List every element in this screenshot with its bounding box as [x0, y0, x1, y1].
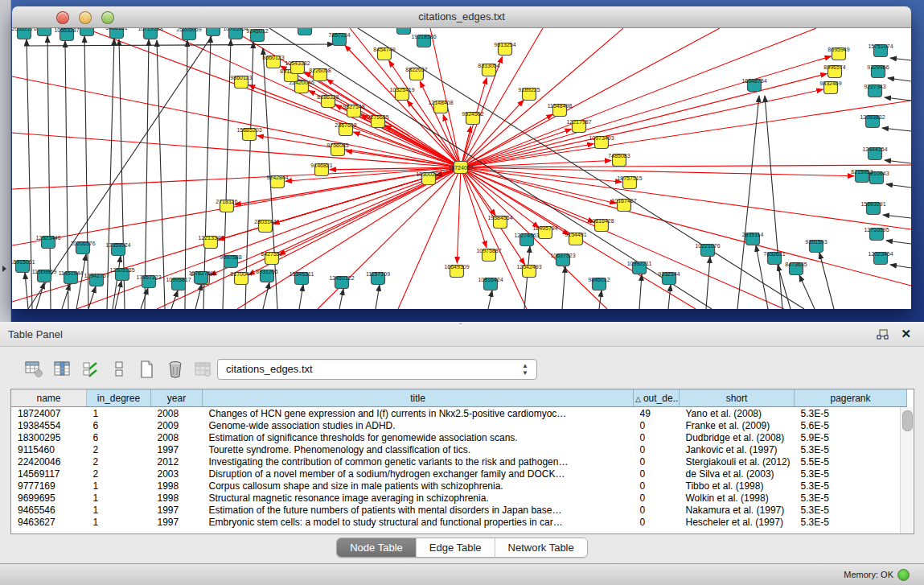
graph-node[interactable]: 9613254 [494, 42, 515, 56]
table-selector-combobox[interactable]: citations_edges.txt ▲▼ [217, 359, 537, 380]
graph-node[interactable]: 7485083 [608, 153, 630, 167]
scrollbar-thumb[interactable] [902, 410, 913, 431]
graph-node[interactable]: 10167427 [611, 198, 636, 212]
graph-node[interactable]: 7857224 [328, 32, 350, 46]
graph-node[interactable]: 16648784 [741, 78, 766, 92]
column-header-in_degree[interactable]: in_degree [87, 389, 151, 407]
graph-node[interactable]: 2935114 [742, 232, 764, 245]
graph-node[interactable]: 8822037 [405, 67, 427, 80]
graph-node[interactable]: 15751074 [868, 43, 893, 57]
graph-node[interactable]: 9845012 [588, 277, 610, 290]
graph-node[interactable]: 25205059 [176, 28, 201, 40]
select-all-icon[interactable] [80, 359, 101, 380]
graph-node[interactable]: 9189225 [518, 87, 540, 101]
splitter-grip-icon[interactable]: ˆ [459, 323, 462, 332]
graph-node[interactable]: 8931205 [256, 269, 277, 282]
graph-node[interactable]: 8695949 [827, 47, 849, 60]
graph-node[interactable]: 12444154 [862, 146, 887, 160]
graph-node[interactable]: 2367608 [335, 122, 356, 136]
close-panel-icon[interactable]: ✕ [901, 327, 911, 341]
graph-node[interactable]: 8473635 [785, 262, 807, 275]
network-canvas[interactable]: 1872400718300295193845542242004682260588… [12, 28, 911, 309]
graph-node[interactable]: 9332144 [658, 271, 680, 285]
graph-node[interactable]: 9391593 [805, 239, 827, 253]
graph-node[interactable]: 12217987 [566, 119, 591, 133]
graph-node[interactable]: 17359924 [105, 242, 130, 256]
graph-node[interactable]: 10992211 [627, 261, 652, 274]
graph-node[interactable]: 11568869 [32, 269, 57, 282]
graph-node[interactable]: 12023454 [868, 251, 893, 265]
new-column-icon[interactable] [137, 359, 158, 380]
graph-node[interactable]: 10816424 [478, 277, 503, 290]
tab-edge-table[interactable]: Edge Table [417, 538, 495, 557]
graph-node[interactable]: 10973493 [589, 135, 614, 149]
delete-column-icon[interactable] [165, 359, 186, 380]
column-header-pagerank[interactable]: pagerank [795, 389, 907, 407]
column-header-year[interactable]: year [151, 389, 203, 407]
graph-node[interactable]: 16033809 [292, 28, 317, 35]
graph-node[interactable]: 9860123 [230, 75, 252, 89]
graph-node[interactable]: 9242844 [266, 175, 288, 188]
graph-node[interactable]: 10975887 [476, 248, 501, 262]
graph-node[interactable]: 12213349 [198, 235, 223, 249]
graph-node[interactable]: 9329966 [867, 64, 889, 78]
graph-node[interactable]: 10719188 [138, 28, 162, 39]
graph-node[interactable]: 12542493 [516, 264, 541, 278]
graph-node[interactable]: 10995817 [166, 277, 191, 290]
table-row[interactable]: 977716911998Corpus callosum shape and si… [11, 480, 907, 492]
graph-node[interactable]: 12093832 [860, 114, 885, 128]
graph-node[interactable]: 9832469 [819, 80, 841, 94]
graph-node[interactable]: 16649309 [444, 264, 469, 278]
table-row[interactable]: 1830029562008Estimation of significance … [11, 431, 907, 443]
left-panel-edge[interactable] [0, 0, 11, 322]
tab-node-table[interactable]: Node Table [337, 538, 417, 557]
graph-node[interactable]: 8170044 [230, 271, 252, 285]
graph-node[interactable]: 10637523 [550, 253, 575, 266]
float-window-icon[interactable] [877, 328, 889, 343]
graph-node[interactable]: 15693291 [860, 201, 885, 215]
graph-node[interactable]: 12710595 [864, 227, 889, 241]
graph-node[interactable]: 12505135 [109, 267, 134, 281]
panel-collapse-arrow-icon[interactable] [2, 266, 6, 272]
graph-node[interactable]: 19195130 [200, 28, 225, 36]
graph-node[interactable]: 8996574 [823, 64, 845, 78]
table-row[interactable]: 911546021997Tourette syndrome. Phenomeno… [11, 443, 907, 455]
table-row[interactable]: 1872400712008Changes of HCN gene express… [11, 407, 907, 420]
table-row[interactable]: 946362711997Embryonic stem cells: a mode… [11, 516, 907, 528]
graph-node[interactable]: 11157109 [366, 271, 390, 285]
tab-network-table[interactable]: Network Table [495, 538, 587, 557]
graph-node[interactable]: 9097588 [220, 254, 241, 268]
table-row[interactable]: 946554611997Estimation of the future num… [11, 504, 907, 516]
graph-node[interactable]: 9227343 [864, 84, 885, 97]
graph-node[interactable]: 2718126 [216, 199, 237, 212]
column-header-out_de[interactable]: △out_de... [634, 389, 680, 407]
graph-node[interactable]: 12923446 [35, 235, 60, 249]
table-row[interactable]: 2242004622012Investigating the contribut… [11, 455, 907, 468]
column-header-name[interactable]: name [11, 389, 87, 407]
graph-node[interactable]: 7632621 [763, 251, 785, 265]
graph-node[interactable]: 8427552 [261, 251, 282, 265]
graph-node[interactable]: 19384554 [487, 215, 512, 229]
graph-node[interactable]: 9524502 [462, 111, 483, 125]
table-row[interactable]: 969969511998Structural magnetic resonanc… [11, 492, 907, 504]
table-row[interactable]: 1456911722003Disruption of a novel membe… [11, 468, 907, 480]
column-header-short[interactable]: short [680, 389, 795, 407]
graph-node[interactable]: 8454749 [373, 47, 395, 60]
table-scrollbar[interactable] [900, 407, 913, 534]
column-header-title[interactable]: title [203, 389, 634, 407]
graph-node[interactable]: 20552276 [12, 28, 37, 39]
graph-node[interactable]: 9154491 [565, 232, 586, 245]
graph-node[interactable]: 15345311 [290, 271, 314, 285]
show-columns-icon[interactable] [52, 359, 73, 380]
graph-node[interactable]: 9245012 [246, 28, 268, 42]
graph-node[interactable]: 15885203 [236, 127, 261, 141]
table-row[interactable]: 1938455462009Genome-wide association stu… [11, 419, 907, 431]
graph-node[interactable]: 8313054 [478, 63, 499, 76]
graph-node[interactable]: 12450122 [329, 275, 354, 289]
graph-node[interactable]: 10553287 [54, 28, 79, 41]
graph-node[interactable]: 6466161 [105, 28, 127, 39]
delete-table-icon[interactable] [193, 359, 214, 380]
graph-node[interactable]: 20206576 [70, 241, 95, 254]
clear-selection-icon[interactable] [109, 359, 129, 380]
table-mode-icon[interactable] [24, 359, 45, 380]
